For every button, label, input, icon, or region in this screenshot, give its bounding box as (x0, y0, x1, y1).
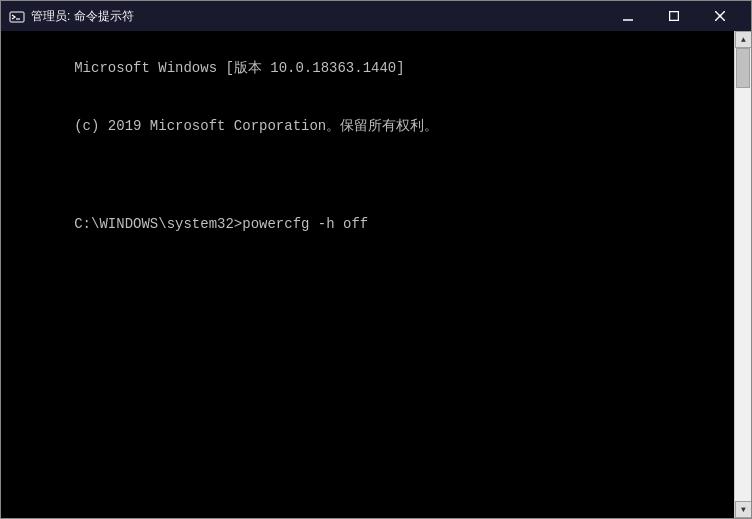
svg-rect-3 (670, 12, 679, 21)
close-button[interactable] (697, 1, 743, 31)
restore-button[interactable] (651, 1, 697, 31)
scroll-down-button[interactable]: ▼ (735, 501, 751, 518)
scroll-track[interactable] (735, 48, 751, 501)
window-icon (9, 8, 25, 24)
main-area: Microsoft Windows [版本 10.0.18363.1440] (… (1, 31, 751, 518)
minimize-button[interactable] (605, 1, 651, 31)
scrollbar[interactable]: ▲ ▼ (734, 31, 751, 518)
cmd-window: 管理员: 命令提示符 Microsoft Windows [版本 10.0.18… (0, 0, 752, 519)
terminal-line-1: Microsoft Windows [版本 10.0.18363.1440] (74, 60, 404, 76)
terminal-line-4: C:\WINDOWS\system32>powercfg -h off (74, 216, 368, 232)
scroll-up-button[interactable]: ▲ (735, 31, 751, 48)
terminal-content: Microsoft Windows [版本 10.0.18363.1440] (… (7, 39, 728, 255)
scroll-thumb[interactable] (736, 48, 750, 88)
terminal[interactable]: Microsoft Windows [版本 10.0.18363.1440] (… (1, 31, 734, 518)
svg-rect-0 (10, 12, 24, 22)
window-title: 管理员: 命令提示符 (31, 8, 605, 25)
window-controls (605, 1, 743, 31)
terminal-line-2: (c) 2019 Microsoft Corporation。保留所有权利。 (74, 118, 438, 134)
title-bar: 管理员: 命令提示符 (1, 1, 751, 31)
